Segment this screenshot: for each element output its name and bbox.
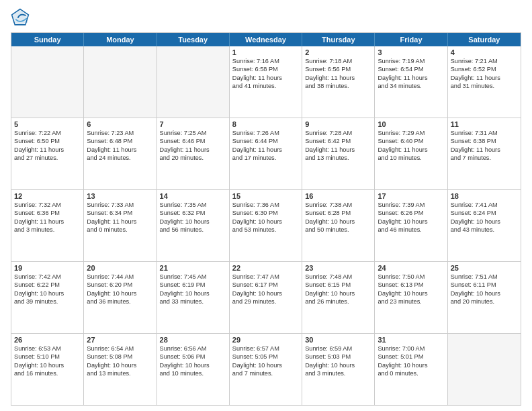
cal-cell: 13Sunrise: 7:33 AMSunset: 6:34 PMDayligh… bbox=[84, 190, 157, 261]
cell-line: Sunset: 5:05 PM bbox=[232, 353, 299, 361]
cell-line: Sunset: 6:40 PM bbox=[378, 137, 444, 145]
cal-cell: 2Sunrise: 7:18 AMSunset: 6:56 PMDaylight… bbox=[302, 46, 375, 118]
cell-line: Sunset: 6:58 PM bbox=[232, 65, 299, 73]
cell-line: Sunrise: 7:39 AM bbox=[378, 201, 444, 209]
cell-line: Daylight: 10 hours bbox=[14, 361, 81, 369]
cell-line: Daylight: 10 hours bbox=[305, 289, 371, 298]
cell-line: and 43 minutes. bbox=[451, 226, 518, 234]
cell-line: Sunset: 6:13 PM bbox=[378, 281, 444, 289]
cal-cell: 14Sunrise: 7:35 AMSunset: 6:32 PMDayligh… bbox=[157, 190, 230, 261]
cell-line: Daylight: 10 hours bbox=[160, 289, 226, 298]
cell-line: Daylight: 11 hours bbox=[232, 146, 299, 154]
cell-line: Sunrise: 7:33 AM bbox=[87, 201, 153, 209]
day-number: 2 bbox=[305, 48, 371, 56]
cal-cell: 23Sunrise: 7:48 AMSunset: 6:15 PMDayligh… bbox=[302, 262, 375, 333]
cell-line: Sunrise: 7:23 AM bbox=[87, 129, 153, 137]
cell-line: and 16 minutes. bbox=[14, 369, 81, 377]
cell-line: and 36 minutes. bbox=[87, 298, 153, 306]
cell-line: Daylight: 10 hours bbox=[378, 218, 444, 226]
cell-line: and 13 minutes. bbox=[305, 154, 371, 162]
cal-cell bbox=[84, 46, 157, 118]
day-number: 4 bbox=[451, 48, 518, 56]
cell-line: and 41 minutes. bbox=[232, 82, 299, 90]
day-number: 24 bbox=[378, 264, 444, 272]
cell-line: Sunset: 6:20 PM bbox=[87, 281, 153, 289]
cal-cell: 15Sunrise: 7:36 AMSunset: 6:30 PMDayligh… bbox=[230, 190, 302, 261]
cell-line: Sunset: 6:48 PM bbox=[87, 137, 153, 145]
cell-line: Sunrise: 7:18 AM bbox=[305, 57, 371, 65]
cal-cell: 10Sunrise: 7:29 AMSunset: 6:40 PMDayligh… bbox=[375, 118, 447, 189]
cell-line: Sunset: 5:10 PM bbox=[14, 353, 81, 361]
cell-line: and 10 minutes. bbox=[160, 369, 226, 377]
cell-line: Daylight: 10 hours bbox=[451, 289, 518, 298]
cell-line: Sunrise: 7:16 AM bbox=[232, 57, 299, 65]
cell-line: Daylight: 11 hours bbox=[451, 74, 518, 82]
cell-line: and 7 minutes. bbox=[451, 154, 518, 162]
cell-line: Sunset: 5:08 PM bbox=[87, 353, 153, 361]
day-number: 7 bbox=[160, 120, 226, 128]
cell-line: Daylight: 10 hours bbox=[14, 289, 81, 298]
cell-line: Sunrise: 7:48 AM bbox=[305, 273, 371, 281]
cell-line: Daylight: 10 hours bbox=[305, 218, 371, 226]
day-number: 28 bbox=[160, 336, 226, 344]
cell-line: Sunset: 6:34 PM bbox=[87, 209, 153, 217]
cell-line: Sunrise: 7:51 AM bbox=[451, 273, 518, 281]
cell-line: Sunset: 6:24 PM bbox=[451, 209, 518, 217]
cell-line: Daylight: 10 hours bbox=[87, 289, 153, 298]
cell-line: and 34 minutes. bbox=[378, 82, 444, 90]
day-number: 29 bbox=[232, 336, 299, 344]
cell-line: Sunrise: 7:47 AM bbox=[232, 273, 299, 281]
cell-line: and 33 minutes. bbox=[160, 298, 226, 306]
cell-line: Sunrise: 7:28 AM bbox=[305, 129, 371, 137]
cell-line: and 0 minutes. bbox=[378, 369, 444, 377]
day-number: 12 bbox=[14, 192, 81, 200]
day-number: 14 bbox=[160, 192, 226, 200]
cell-line: and 38 minutes. bbox=[305, 82, 371, 90]
cal-cell: 27Sunrise: 6:54 AMSunset: 5:08 PMDayligh… bbox=[84, 334, 157, 405]
cell-line: and 3 minutes. bbox=[305, 369, 371, 377]
cell-line: Daylight: 11 hours bbox=[305, 146, 371, 154]
cal-cell: 31Sunrise: 7:00 AMSunset: 5:01 PMDayligh… bbox=[375, 334, 447, 405]
cell-line: and 20 minutes. bbox=[160, 154, 226, 162]
cal-cell: 19Sunrise: 7:42 AMSunset: 6:22 PMDayligh… bbox=[11, 262, 84, 333]
calendar-body: 1Sunrise: 7:16 AMSunset: 6:58 PMDaylight… bbox=[11, 46, 521, 405]
cell-line: Sunset: 6:56 PM bbox=[305, 65, 371, 73]
cell-line: Sunrise: 7:25 AM bbox=[160, 129, 226, 137]
calendar-header-row: SundayMondayTuesdayWednesdayThursdayFrid… bbox=[11, 33, 521, 46]
cell-line: and 56 minutes. bbox=[160, 226, 226, 234]
day-number: 30 bbox=[305, 336, 371, 344]
cell-line: Sunrise: 7:45 AM bbox=[160, 273, 226, 281]
cell-line: and 50 minutes. bbox=[305, 226, 371, 234]
header-cell-tuesday: Tuesday bbox=[157, 33, 230, 46]
cell-line: Sunrise: 7:22 AM bbox=[14, 129, 81, 137]
cell-line: Sunset: 6:42 PM bbox=[305, 137, 371, 145]
cell-line: and 7 minutes. bbox=[232, 369, 299, 377]
cell-line: Sunset: 6:15 PM bbox=[305, 281, 371, 289]
cell-line: Sunset: 6:38 PM bbox=[451, 137, 518, 145]
cal-cell bbox=[448, 334, 521, 405]
cell-line: and 17 minutes. bbox=[232, 154, 299, 162]
cal-cell: 28Sunrise: 6:56 AMSunset: 5:06 PMDayligh… bbox=[157, 334, 230, 405]
cell-line: Daylight: 11 hours bbox=[87, 218, 153, 226]
cell-line: Daylight: 10 hours bbox=[87, 361, 153, 369]
cell-line: Daylight: 10 hours bbox=[232, 218, 299, 226]
day-number: 15 bbox=[232, 192, 299, 200]
cal-cell: 18Sunrise: 7:41 AMSunset: 6:24 PMDayligh… bbox=[448, 190, 521, 261]
cell-line: Sunrise: 7:29 AM bbox=[378, 129, 444, 137]
cal-cell: 11Sunrise: 7:31 AMSunset: 6:38 PMDayligh… bbox=[448, 118, 521, 189]
cell-line: and 27 minutes. bbox=[14, 154, 81, 162]
cal-cell: 25Sunrise: 7:51 AMSunset: 6:11 PMDayligh… bbox=[448, 262, 521, 333]
day-number: 9 bbox=[305, 120, 371, 128]
cell-line: Sunset: 6:30 PM bbox=[232, 209, 299, 217]
header-cell-saturday: Saturday bbox=[448, 33, 521, 46]
calendar: SundayMondayTuesdayWednesdayThursdayFrid… bbox=[11, 32, 521, 406]
day-number: 31 bbox=[378, 336, 444, 344]
cell-line: Daylight: 11 hours bbox=[451, 146, 518, 154]
day-number: 18 bbox=[451, 192, 518, 200]
cal-cell bbox=[157, 46, 230, 118]
cell-line: Sunrise: 6:53 AM bbox=[14, 345, 81, 353]
day-number: 8 bbox=[232, 120, 299, 128]
cell-line: Sunrise: 7:38 AM bbox=[305, 201, 371, 209]
calendar-week-0: 1Sunrise: 7:16 AMSunset: 6:58 PMDaylight… bbox=[11, 46, 521, 118]
cell-line: and 39 minutes. bbox=[14, 298, 81, 306]
